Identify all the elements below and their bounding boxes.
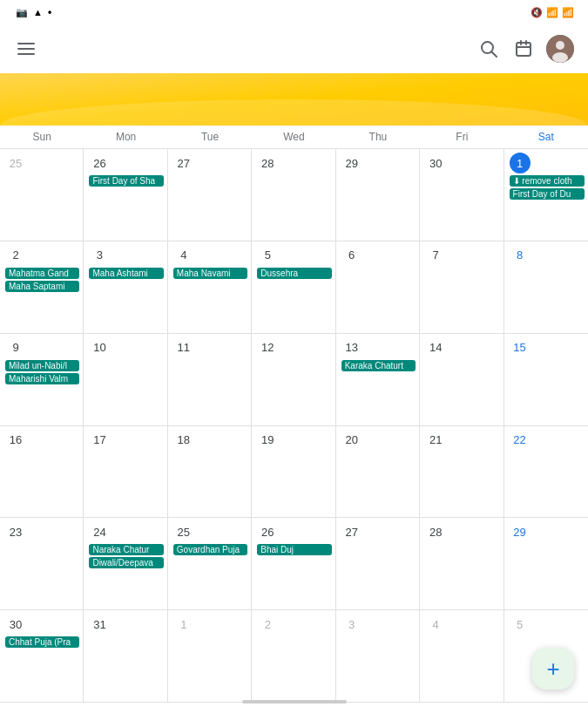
- calendar-cell-4-5[interactable]: 28: [420, 518, 504, 609]
- day-header-sat: Sat: [504, 126, 588, 148]
- calendar-cell-1-4[interactable]: 6: [336, 241, 420, 333]
- calendar-cell-1-5[interactable]: 7: [420, 241, 504, 333]
- date-number: 7: [425, 245, 446, 266]
- date-number: 31: [89, 614, 110, 635]
- calendar-cell-4-6[interactable]: 29: [504, 518, 588, 609]
- event-chip[interactable]: Maha Saptami: [5, 281, 79, 292]
- svg-line-4: [492, 52, 497, 58]
- calendar-cell-5-0[interactable]: 30Chhat Puja (Pra: [0, 610, 84, 702]
- calendar-cell-3-5[interactable]: 21: [420, 426, 504, 518]
- event-chip[interactable]: ⬇ remove cloth: [510, 175, 585, 187]
- search-button[interactable]: [476, 37, 501, 61]
- calendar-week-0: 2526First Day of Sha272829301⬇ remove cl…: [0, 149, 588, 241]
- status-bar: 📷 ▲ • 🔇 📶 📶: [0, 0, 588, 24]
- plus-icon: +: [546, 657, 559, 680]
- calendar-cell-2-2[interactable]: 11: [168, 334, 252, 425]
- date-number: 4: [425, 614, 446, 635]
- calendar-cell-1-2[interactable]: 4Maha Navami: [168, 241, 252, 333]
- calendar-cell-4-1[interactable]: 24Naraka ChaturDiwali/Deepava: [84, 518, 167, 609]
- date-number: 28: [257, 153, 278, 173]
- header: [0, 24, 588, 73]
- calendar-cell-2-0[interactable]: 9Milad un-Nabi/IMaharishi Valm: [0, 334, 84, 425]
- calendar-cell-2-1[interactable]: 10: [84, 334, 167, 425]
- calendar-cell-2-6[interactable]: 15: [504, 334, 588, 425]
- calendar-cell-1-6[interactable]: 8: [504, 241, 588, 333]
- event-chip[interactable]: Naraka Chatur: [89, 544, 163, 555]
- svg-point-11: [552, 52, 568, 63]
- calendar-cell-5-4[interactable]: 3: [336, 610, 420, 702]
- event-chip[interactable]: Diwali/Deepava: [89, 557, 163, 568]
- day-header-thu: Thu: [336, 126, 420, 148]
- calendar-view-button[interactable]: [511, 37, 536, 61]
- event-chip[interactable]: Govardhan Puja: [173, 544, 247, 555]
- calendar-cell-4-0[interactable]: 23: [0, 518, 84, 609]
- calendar-cell-2-5[interactable]: 14: [420, 334, 504, 425]
- event-chip[interactable]: First Day of Sha: [89, 175, 163, 187]
- date-number: 30: [425, 153, 446, 173]
- calendar-cell-1-0[interactable]: 2Mahatma GandMaha Saptami: [0, 241, 84, 333]
- day-headers: Sun Mon Tue Wed Thu Fri Sat: [0, 126, 588, 149]
- calendar-cell-3-6[interactable]: 22: [504, 426, 588, 518]
- date-number: 1: [173, 614, 194, 635]
- date-number: 27: [341, 521, 362, 542]
- date-number: 25: [173, 521, 194, 542]
- calendar-cell-5-3[interactable]: 2: [252, 610, 335, 702]
- avatar[interactable]: [546, 35, 574, 63]
- event-chip[interactable]: Milad un-Nabi/I: [5, 360, 79, 371]
- calendar-week-3: 16171819202122: [0, 426, 588, 519]
- calendar-cell-5-2[interactable]: 1: [168, 610, 252, 702]
- date-number: 8: [510, 245, 531, 266]
- svg-rect-1: [17, 48, 35, 50]
- calendar-cell-0-3[interactable]: 28: [252, 149, 335, 241]
- calendar-week-1: 2Mahatma GandMaha Saptami3Maha Ashtami4M…: [0, 241, 588, 334]
- header-banner: [0, 73, 588, 126]
- calendar-cell-3-1[interactable]: 17: [84, 426, 167, 518]
- calendar-cell-0-2[interactable]: 27: [168, 149, 252, 241]
- calendar-cell-0-1[interactable]: 26First Day of Sha: [84, 149, 167, 241]
- calendar-cell-4-3[interactable]: 26Bhai Duj: [252, 518, 335, 609]
- date-number: 4: [173, 245, 194, 266]
- date-number: 5: [257, 245, 278, 266]
- calendar-cell-0-0[interactable]: 25: [0, 149, 84, 241]
- calendar-cell-4-4[interactable]: 27: [336, 518, 420, 609]
- event-chip[interactable]: Maha Navami: [173, 268, 247, 279]
- calendar-cell-4-2[interactable]: 25Govardhan Puja: [168, 518, 252, 609]
- event-chip[interactable]: Dussehra: [257, 268, 331, 279]
- add-event-button[interactable]: +: [532, 648, 574, 690]
- calendar-cell-2-3[interactable]: 12: [252, 334, 335, 425]
- calendar-cell-3-4[interactable]: 20: [336, 426, 420, 518]
- event-chip[interactable]: Maharishi Valm: [5, 373, 79, 384]
- calendar-cell-0-6[interactable]: 1⬇ remove clothFirst Day of Du: [504, 149, 588, 241]
- event-chip[interactable]: Bhai Duj: [257, 544, 331, 555]
- date-number: 2: [5, 245, 26, 266]
- date-number: 16: [5, 430, 26, 451]
- calendar-cell-1-1[interactable]: 3Maha Ashtami: [84, 241, 167, 333]
- date-number: 22: [510, 430, 531, 451]
- date-number: 17: [89, 430, 110, 451]
- calendar-cell-5-5[interactable]: 4: [420, 610, 504, 702]
- menu-button[interactable]: [14, 37, 38, 61]
- event-chip[interactable]: Chhat Puja (Pra: [5, 636, 79, 648]
- date-number: 11: [173, 337, 194, 358]
- event-chip[interactable]: Mahatma Gand: [5, 268, 79, 279]
- calendar-cell-5-1[interactable]: 31: [84, 610, 167, 702]
- calendar-cell-3-2[interactable]: 18: [168, 426, 252, 518]
- date-number: 19: [257, 430, 278, 451]
- event-chip[interactable]: Karaka Chaturt: [341, 360, 416, 371]
- calendar-cell-1-3[interactable]: 5Dussehra: [252, 241, 335, 333]
- date-number: 28: [425, 521, 446, 542]
- signal-icon: 📶: [562, 7, 574, 18]
- notification-icon: 📷: [16, 7, 28, 18]
- date-number: 15: [510, 337, 531, 358]
- date-number: 26: [257, 521, 278, 542]
- calendar-cell-3-0[interactable]: 16: [0, 426, 84, 518]
- event-chip[interactable]: First Day of Du: [510, 188, 585, 200]
- calendar-cell-0-5[interactable]: 30: [420, 149, 504, 241]
- calendar-cell-0-4[interactable]: 29: [336, 149, 420, 241]
- calendar-cell-2-4[interactable]: 13Karaka Chaturt: [336, 334, 420, 425]
- event-chip[interactable]: Maha Ashtami: [89, 268, 163, 279]
- wifi-icon: 📶: [546, 7, 558, 18]
- date-number: 18: [173, 430, 194, 451]
- calendar-cell-3-3[interactable]: 19: [252, 426, 335, 518]
- day-header-mon: Mon: [84, 126, 167, 148]
